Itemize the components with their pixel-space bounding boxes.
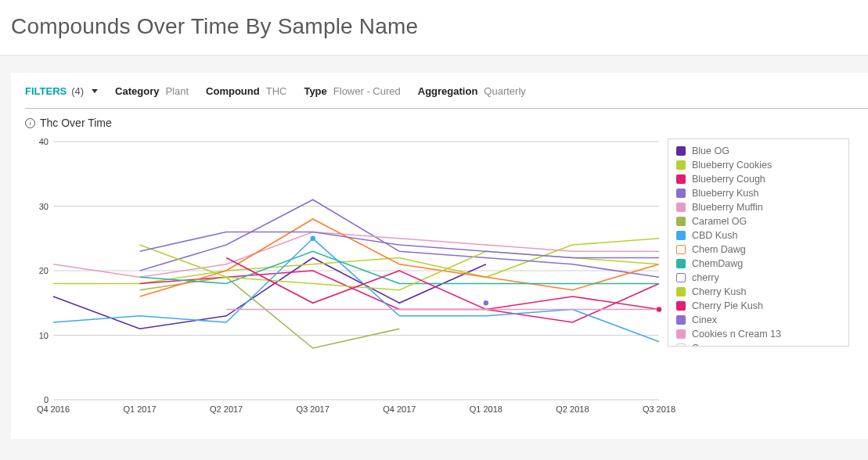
legend-item[interactable]: Cherry Pie Kush [676,299,841,313]
legend-swatch [676,203,686,212]
filters-label: FILTERS [25,85,67,97]
legend-swatch [676,174,686,184]
legend-label: Cherry Pie Kush [692,300,763,311]
svg-text:Q1 2017: Q1 2017 [123,404,156,414]
legend-item[interactable]: Caramel OG [676,214,841,228]
legend-swatch [676,301,686,311]
legend-item[interactable]: Cherry Kush [676,285,841,299]
svg-text:Q4 2017: Q4 2017 [383,404,416,414]
legend-item[interactable]: Cookies n Cream 13 [676,327,841,341]
filter-value: Flower - Cured [333,85,401,97]
legend-label: Blueberry Cough [692,174,765,185]
filter-value: Quarterly [484,85,525,97]
legend-swatch [676,273,686,282]
svg-text:40: 40 [39,137,49,146]
legend-item[interactable]: Blueberry Cookies [676,158,841,172]
legend-item[interactable]: Blueberry Cough [676,172,841,186]
legend-label: Blueberry Muffin [692,202,763,213]
filter-type[interactable]: Type Flower - Cured [304,85,400,97]
legend-label: Blueberry Kush [692,188,758,199]
legend-swatch [676,217,686,226]
chart-area: 010203040Q4 2016Q1 2017Q2 2017Q3 2017Q4 … [25,134,868,423]
legend-label: Chem Dawg [692,244,746,255]
legend-swatch [676,329,686,339]
svg-text:Q3 2018: Q3 2018 [643,404,675,414]
legend-label: Corazon [692,343,729,347]
legend-item[interactable]: Blueberry Muffin [676,200,841,214]
legend-swatch [676,146,686,156]
filter-aggregation[interactable]: Aggregation Quarterly [418,85,526,97]
filter-compound[interactable]: Compound THC [206,85,286,97]
filter-label: Compound [206,85,260,97]
legend-label: Cinex [692,314,717,325]
legend-label: Cookies n Cream 13 [692,329,781,340]
svg-text:20: 20 [39,266,49,275]
chevron-down-icon [92,89,98,93]
svg-text:Q1 2018: Q1 2018 [470,404,502,414]
legend-label: Caramel OG [692,216,747,227]
filter-label: Aggregation [418,85,478,97]
filter-label: Category [115,85,159,97]
filters-toggle[interactable]: FILTERS (4) [25,85,98,97]
legend-label: Blueberry Cookies [692,160,772,171]
legend-swatch [676,315,686,325]
legend-swatch [676,287,686,296]
legend-swatch [676,160,686,170]
svg-text:30: 30 [39,202,49,211]
legend-item[interactable]: Blueberry Kush [676,186,841,200]
legend-label: Blue OG [692,146,729,156]
filter-bar: FILTERS (4) Category Plant Compound THC … [25,85,868,109]
legend-label: Cherry Kush [692,286,746,297]
page-title: Compounds Over Time By Sample Name [11,14,857,39]
filter-value: Plant [165,85,189,97]
legend-swatch [676,245,686,254]
legend-swatch [676,259,686,268]
svg-text:Q2 2018: Q2 2018 [556,404,589,414]
chart-panel: FILTERS (4) Category Plant Compound THC … [11,73,868,439]
svg-point-19 [484,300,488,305]
svg-text:Q3 2017: Q3 2017 [297,404,330,414]
svg-text:Q2 2017: Q2 2017 [210,404,243,414]
info-icon[interactable]: i [25,118,35,128]
legend-item[interactable]: CBD Kush [676,228,841,243]
legend[interactable]: Blue OGBlueberry CookiesBlueberry CoughB… [668,138,849,347]
legend-item[interactable]: ChemDawg [676,257,841,271]
filter-value: THC [266,85,287,97]
svg-point-20 [657,307,661,311]
svg-text:0: 0 [44,395,49,404]
svg-text:Q4 2016: Q4 2016 [37,404,70,414]
svg-point-18 [311,236,315,241]
legend-swatch [676,231,686,240]
legend-item[interactable]: Chem Dawg [676,243,841,257]
svg-text:10: 10 [39,331,49,340]
legend-label: CBD Kush [692,230,737,241]
legend-swatch [676,189,686,198]
page-header: Compounds Over Time By Sample Name [0,0,868,56]
legend-item[interactable]: Blue OG [676,144,841,158]
chart-header: i Thc Over Time [25,117,868,129]
chart-title: Thc Over Time [40,117,112,129]
legend-item[interactable]: cherry [676,271,841,285]
legend-item[interactable]: Cinex [676,313,841,327]
filters-count: (4) [71,85,84,97]
filter-category[interactable]: Category Plant [115,85,189,97]
legend-swatch [676,343,686,347]
legend-item[interactable]: Corazon [676,341,841,347]
legend-label: cherry [692,272,719,283]
legend-label: ChemDawg [692,258,743,269]
filter-label: Type [304,85,326,97]
